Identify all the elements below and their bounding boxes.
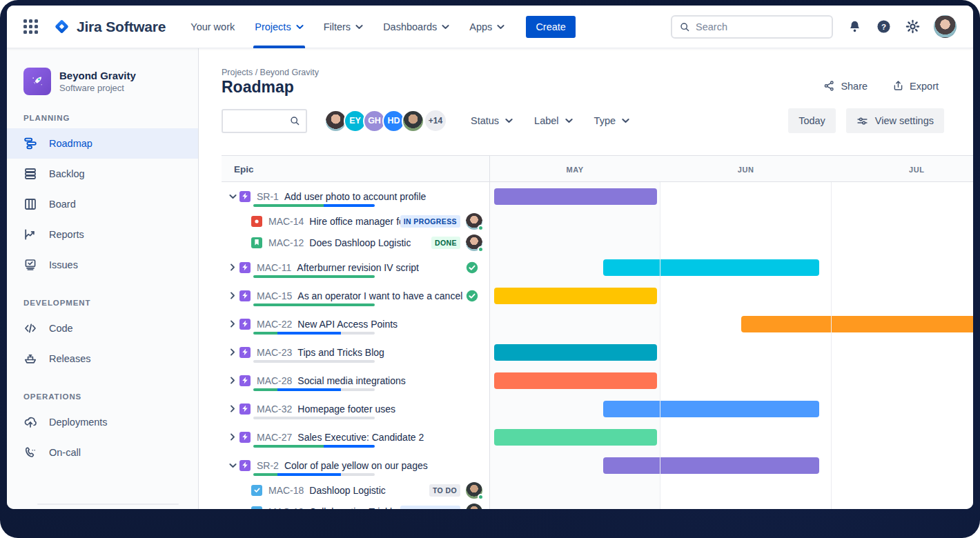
issue-key: MAC-11 <box>257 262 291 273</box>
sidebar-item-roadmap[interactable]: Roadmap <box>7 128 198 159</box>
header-actions: Share Export <box>823 80 939 92</box>
status-badge[interactable]: DONE <box>431 237 460 249</box>
expand-chevron-icon[interactable] <box>227 263 238 271</box>
issue-key: MAC-28 <box>257 375 292 386</box>
collapse-chevron-icon[interactable] <box>227 463 238 468</box>
expand-chevron-icon[interactable] <box>227 377 238 384</box>
filter-status[interactable]: Status <box>471 115 513 126</box>
avatar-overflow-badge[interactable]: +14 <box>425 110 446 131</box>
issue-row-mac-14[interactable]: MAC-14Hire office manager forIN PROGRESS <box>222 210 973 232</box>
sidebar-item-on-call[interactable]: On-call <box>7 437 198 468</box>
issue-row-mac-18[interactable]: MAC-18Dashloop LogisticTO DO <box>222 479 973 501</box>
timeline-bar-mac-23[interactable] <box>494 344 657 361</box>
status-badge[interactable]: IN PROGRESS <box>400 215 460 228</box>
export-button[interactable]: Export <box>892 80 939 92</box>
project-header[interactable]: Beyond Gravity Software project <box>7 68 198 95</box>
epic-progress-bar <box>253 303 375 306</box>
today-button[interactable]: Today <box>788 108 836 133</box>
issue-row-mac-19[interactable]: MAC-19Collaboration Trial backIN PROGRES… <box>222 501 973 509</box>
share-button[interactable]: Share <box>823 80 868 92</box>
timeline-bar-sr-1[interactable] <box>494 188 657 205</box>
issue-row-mac-12[interactable]: MAC-12Does Dashloop LogisticDONE <box>222 232 973 253</box>
epic-row-mac-27[interactable]: MAC-27Sales Executive: Candidate 2 <box>222 423 973 451</box>
view-settings-label: View settings <box>875 115 934 126</box>
epic-column-divider[interactable] <box>489 155 490 509</box>
app-switcher-icon[interactable] <box>23 19 38 34</box>
timeline-bar-sr-2[interactable] <box>603 457 819 474</box>
timeline-bar-mac-27[interactable] <box>494 429 657 446</box>
status-badge[interactable]: IN PROGRESS <box>400 506 460 510</box>
sidebar-item-code[interactable]: Code <box>7 313 198 343</box>
global-search-input[interactable] <box>696 21 825 32</box>
epic-progress-bar <box>253 332 375 335</box>
issues-icon <box>23 258 37 272</box>
roadmap-search[interactable] <box>222 109 307 133</box>
nav-item-dashboards[interactable]: Dashboards <box>383 6 449 48</box>
sidebar-item-backlog[interactable]: Backlog <box>7 159 198 189</box>
nav-item-projects[interactable]: Projects <box>255 6 303 48</box>
epic-row-sr-2[interactable]: SR-2Color of pale yellow on our pages <box>222 451 973 479</box>
expand-chevron-icon[interactable] <box>227 433 238 441</box>
sidebar-section-label: DEVELOPMENT <box>7 299 198 307</box>
expand-chevron-icon[interactable] <box>227 292 238 299</box>
breadcrumb[interactable]: Projects / Beyond Gravity <box>222 68 319 77</box>
main-content: Projects / Beyond Gravity Roadmap Share <box>199 48 973 509</box>
sidebar-item-releases[interactable]: Releases <box>7 343 198 374</box>
epic-progress-bar <box>253 445 375 448</box>
epic-row-mac-22[interactable]: MAC-22New API Access Points <box>222 310 973 338</box>
epic-row-sr-1[interactable]: SR-1Add user photo to account profile <box>222 182 973 210</box>
sidebar-item-label: Board <box>49 199 76 210</box>
expand-chevron-icon[interactable] <box>227 348 238 356</box>
bug-type-icon <box>251 216 262 227</box>
filter-dropdowns: StatusLabelType <box>471 115 629 126</box>
assignee-avatar[interactable] <box>466 213 482 230</box>
view-settings-button[interactable]: View settings <box>846 108 944 133</box>
status-badge[interactable]: TO DO <box>429 484 460 497</box>
collapse-chevron-icon[interactable] <box>227 194 238 199</box>
timeline-bar-mac-15[interactable] <box>494 288 657 304</box>
nav-item-your-work[interactable]: Your work <box>190 6 235 48</box>
issue-title: As an operator I want to have a cancel <box>297 290 462 301</box>
notifications-bell-icon[interactable] <box>847 19 862 34</box>
help-icon[interactable]: ? <box>876 19 891 34</box>
assignee-avatar[interactable] <box>466 504 482 510</box>
filter-type[interactable]: Type <box>594 115 629 126</box>
settings-gear-icon[interactable] <box>905 19 920 34</box>
row-details: MAC-19Collaboration Trial backIN PROGRES… <box>222 501 489 509</box>
assignee-avatar[interactable] <box>466 235 482 251</box>
sidebar-item-deployments[interactable]: Deployments <box>7 407 198 437</box>
global-search[interactable] <box>671 15 833 39</box>
epic-row-mac-15[interactable]: MAC-15As an operator I want to have a ca… <box>222 281 973 310</box>
epic-row-mac-28[interactable]: MAC-28Social media integrations <box>222 366 973 395</box>
sidebar-resize-divider[interactable] <box>37 504 179 505</box>
nav-item-apps[interactable]: Apps <box>469 6 504 48</box>
jira-logo[interactable]: Jira Software <box>53 18 166 35</box>
project-type: Software project <box>59 83 136 93</box>
sidebar-item-label: Issues <box>49 259 78 270</box>
sidebar-item-issues[interactable]: Issues <box>7 250 198 280</box>
timeline-bar-mac-11[interactable] <box>603 259 819 276</box>
timeline-bar-mac-22[interactable] <box>741 316 973 332</box>
filter-label: Label <box>534 115 558 126</box>
nav-item-filters[interactable]: Filters <box>324 6 363 48</box>
create-button[interactable]: Create <box>526 16 576 38</box>
epic-row-mac-11[interactable]: MAC-11Afterburner revision IV script <box>222 253 973 281</box>
sidebar-item-board[interactable]: Board <box>7 189 198 219</box>
chevron-down-icon <box>355 24 363 30</box>
sidebar-item-reports[interactable]: Reports <box>7 219 198 250</box>
epic-row-mac-32[interactable]: MAC-32Homepage footer uses <box>222 395 973 423</box>
user-avatar[interactable] <box>934 15 957 38</box>
expand-chevron-icon[interactable] <box>227 405 238 412</box>
toolbar-right: Today View settings <box>788 108 944 133</box>
assignee-avatar[interactable] <box>466 482 482 499</box>
row-details: MAC-14Hire office manager forIN PROGRESS <box>222 210 489 232</box>
avatar[interactable] <box>402 110 424 132</box>
filter-label[interactable]: Label <box>534 115 572 126</box>
svg-text:?: ? <box>881 23 886 31</box>
timeline-bar-mac-32[interactable] <box>603 401 819 417</box>
row-details: MAC-27Sales Executive: Candidate 2 <box>222 423 489 451</box>
epic-row-mac-23[interactable]: MAC-23Tips and Tricks Blog <box>222 338 973 366</box>
timeline-bar-mac-28[interactable] <box>494 372 657 389</box>
expand-chevron-icon[interactable] <box>227 320 238 328</box>
roadmap-search-input[interactable] <box>228 115 289 126</box>
